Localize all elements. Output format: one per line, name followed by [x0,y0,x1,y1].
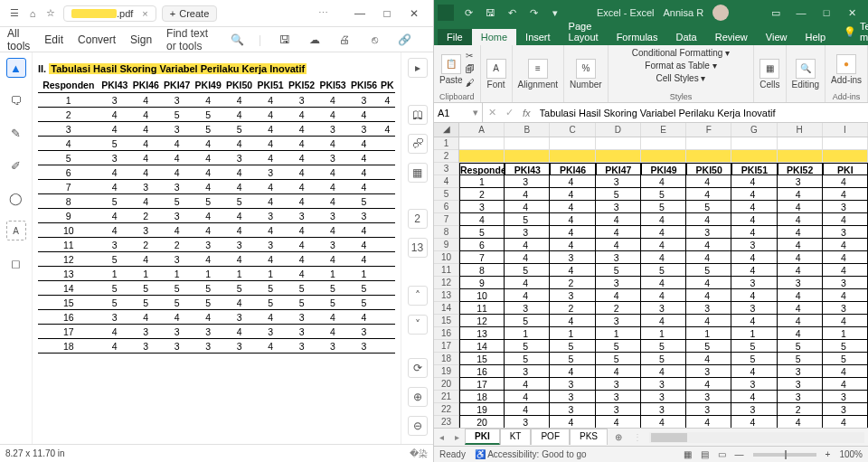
cell[interactable]: 1 [823,327,868,340]
col-header[interactable]: B [505,123,550,137]
paste-button[interactable]: 📋Paste [439,54,463,85]
cell[interactable]: 11 [459,302,505,315]
text-tool-icon[interactable]: A [6,221,26,240]
cell[interactable]: 15 [459,353,505,365]
cell[interactable]: 14 [459,340,505,353]
edit-button[interactable]: Edit [44,33,63,46]
cell[interactable]: 2 [550,302,595,315]
cell[interactable] [596,137,641,150]
cell[interactable]: 3 [686,302,731,315]
convert-button[interactable]: Convert [78,33,116,46]
cell[interactable]: 4 [778,327,823,340]
redo-icon[interactable]: ↷ [526,5,541,20]
pdf-tab[interactable]: .pdf × [63,5,156,22]
cell[interactable]: 13 [459,327,505,340]
cell[interactable]: PKI52 [778,163,823,175]
cell[interactable]: 3 [550,403,595,416]
all-tools-button[interactable]: All tools [7,27,30,52]
cell[interactable]: 4 [596,239,641,251]
cell[interactable] [778,150,823,163]
cell[interactable]: 3 [641,391,686,403]
zoom-slider[interactable] [753,453,816,457]
cell[interactable]: 4 [823,213,868,226]
font-button[interactable]: AFont [486,59,506,90]
cell[interactable]: 2 [459,188,505,201]
new-sheet-icon[interactable]: ⊕ [608,432,629,442]
cell[interactable]: 4 [686,353,731,365]
cell[interactable]: 3 [778,378,823,391]
tab-review[interactable]: Review [706,29,757,45]
cell[interactable]: 4 [686,251,731,264]
cells-button[interactable]: ▦Cells [760,59,779,90]
avatar[interactable] [712,5,729,21]
cell[interactable]: 5 [641,340,686,353]
cell[interactable]: 3 [686,403,731,416]
erase-tool-icon[interactable]: ◯ [6,188,26,208]
cell[interactable]: 4 [731,391,777,403]
close-tab-icon[interactable]: × [142,8,147,19]
cell[interactable]: 5 [686,264,731,277]
cell[interactable]: 3 [823,226,868,239]
cell[interactable]: 4 [731,175,777,188]
cell[interactable]: 5 [550,340,595,353]
cell[interactable]: 3 [731,239,777,251]
cell[interactable]: 10 [459,289,505,302]
cell[interactable]: 3 [823,201,868,213]
format-painter-icon[interactable]: 🖌 [466,78,475,88]
cell[interactable]: 3 [596,251,641,264]
cell[interactable]: 4 [550,264,595,277]
sign-button[interactable]: Sign [130,33,152,46]
cell[interactable]: 4 [778,416,823,428]
cell[interactable]: 4 [550,213,595,226]
cell[interactable]: 3 [731,277,777,289]
cell[interactable]: 4 [641,213,686,226]
cell[interactable]: 4 [778,289,823,302]
cell[interactable]: 12 [459,315,505,327]
cell[interactable]: 4 [641,416,686,428]
cell[interactable]: 4 [686,416,731,428]
cell-styles-button[interactable]: Cell Styles ▾ [656,73,705,83]
cell[interactable]: 5 [823,353,868,365]
cell[interactable]: 3 [731,403,777,416]
tab-help[interactable]: Help [796,29,835,45]
row-header[interactable]: 14 [434,302,458,315]
addins-button[interactable]: ●Add-ins [831,54,862,85]
cell[interactable]: 5 [550,353,595,365]
menu-icon[interactable]: ☰ [5,5,24,23]
cell[interactable] [686,137,731,150]
cell[interactable]: 1 [550,327,595,340]
cell[interactable]: 4 [505,378,550,391]
cell[interactable]: 4 [550,239,595,251]
view-break-icon[interactable]: ▭ [718,449,726,459]
cell[interactable]: 4 [641,365,686,378]
close-icon[interactable]: ✕ [401,7,428,20]
cell[interactable]: 1 [731,327,777,340]
zoom-in-btn[interactable]: + [826,449,831,459]
cell[interactable]: 4 [596,289,641,302]
cell[interactable] [550,150,595,163]
row-header[interactable]: 9 [434,239,458,251]
formula-content[interactable]: Tabulasi Hasil Skoring Variabel Perilaku… [540,108,863,118]
row-header[interactable]: 7 [434,213,458,226]
cell[interactable]: 4 [823,315,868,327]
row-header[interactable]: 22 [434,403,458,416]
link-icon[interactable]: 🔗 [398,29,411,51]
cell[interactable]: 4 [550,188,595,201]
cell[interactable]: 5 [731,353,777,365]
format-as-table-button[interactable]: Format as Table ▾ [645,61,716,71]
cell[interactable]: 5 [596,353,641,365]
col-header[interactable]: C [550,123,595,137]
cell[interactable]: 5 [778,340,823,353]
row-header[interactable]: 8 [434,226,458,239]
cell[interactable]: 4 [823,264,868,277]
cell[interactable]: 16 [459,365,505,378]
sheet-nav-prev-icon[interactable]: ◂ [434,432,449,442]
cell[interactable]: 4 [686,175,731,188]
cell[interactable]: 4 [686,378,731,391]
cell[interactable]: 4 [550,365,595,378]
cell[interactable]: 7 [459,251,505,264]
row-header[interactable]: 11 [434,264,458,277]
col-header[interactable]: H [778,123,823,137]
row-header[interactable]: 17 [434,340,458,353]
row-header[interactable]: 3 [434,163,458,175]
